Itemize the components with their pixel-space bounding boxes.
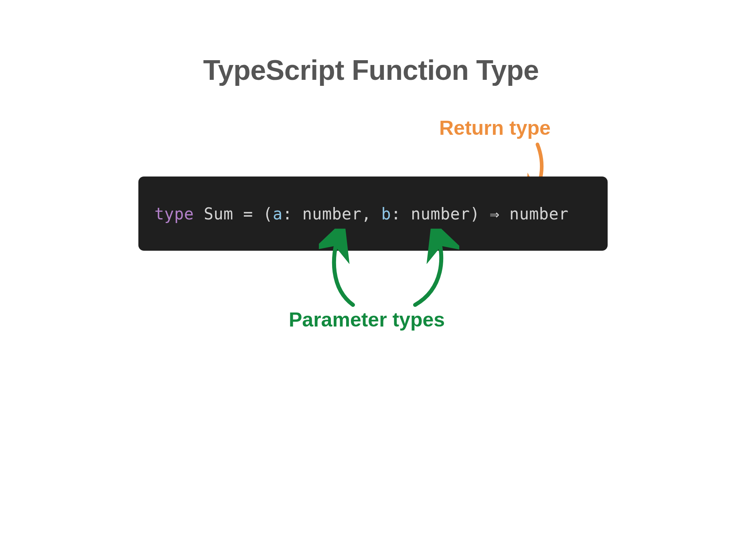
- code-token: ): [470, 205, 490, 223]
- diagram-container: TypeScript Function Type Return type typ…: [118, 0, 624, 86]
- annotation-parameter-types: Parameter types: [289, 308, 445, 331]
- code-token: b: [381, 205, 391, 223]
- code-token: [194, 205, 204, 223]
- annotation-return-type: Return type: [439, 116, 551, 140]
- code-token: Sum: [204, 205, 233, 223]
- code-token: a: [273, 205, 283, 223]
- code-token: type: [154, 205, 194, 223]
- code-token: number: [509, 205, 569, 223]
- code-token: ,: [361, 205, 381, 223]
- code-token: = (: [233, 205, 273, 223]
- code-token: [499, 205, 509, 223]
- code-token: ⇒: [490, 205, 500, 223]
- code-token: :: [391, 205, 411, 223]
- code-token: :: [283, 205, 302, 223]
- page-title: TypeScript Function Type: [118, 54, 624, 86]
- code-block: type Sum = (a: number, b: number) ⇒ numb…: [138, 177, 608, 251]
- code-token: number: [411, 205, 470, 223]
- code-token: number: [302, 205, 362, 223]
